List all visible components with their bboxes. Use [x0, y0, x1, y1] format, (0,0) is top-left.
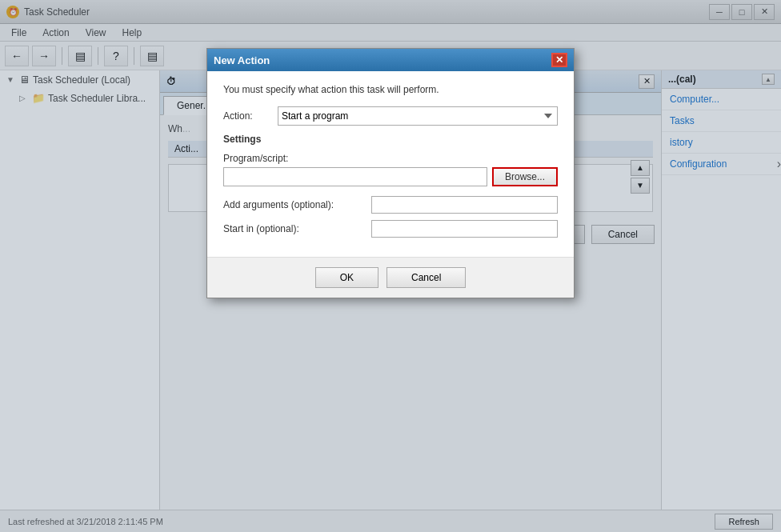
dialog-footer: OK Cancel [207, 257, 574, 298]
action-form-row: Action: Start a program Send an e-mail (… [223, 106, 558, 126]
dialog-instruction-text: You must specify what action this task w… [223, 84, 558, 95]
new-action-dialog: New Action ✕ You must specify what actio… [206, 48, 575, 298]
start-in-label: Start in (optional): [223, 223, 371, 234]
program-script-input[interactable] [223, 167, 487, 186]
dialog-title-bar: New Action ✕ [207, 49, 574, 71]
browse-button[interactable]: Browse... [492, 167, 558, 186]
action-form-label: Action: [223, 110, 271, 122]
modal-overlay: New Action ✕ You must specify what actio… [0, 0, 781, 532]
start-in-input[interactable] [371, 220, 558, 238]
add-args-row: Add arguments (optional): [223, 196, 558, 214]
ok-button[interactable]: OK [315, 267, 378, 288]
dialog-body: You must specify what action this task w… [207, 71, 574, 257]
program-row: Browse... [223, 167, 558, 186]
add-args-input[interactable] [371, 196, 558, 214]
dialog-cancel-button[interactable]: Cancel [386, 267, 466, 288]
settings-header: Settings [223, 134, 558, 145]
action-select[interactable]: Start a program Send an e-mail (deprecat… [278, 106, 558, 126]
program-script-label: Program/script: [223, 153, 558, 164]
start-in-row: Start in (optional): [223, 220, 558, 238]
dialog-close-button[interactable]: ✕ [551, 53, 567, 67]
dialog-title-text: New Action [214, 54, 270, 66]
add-args-label: Add arguments (optional): [223, 199, 371, 210]
